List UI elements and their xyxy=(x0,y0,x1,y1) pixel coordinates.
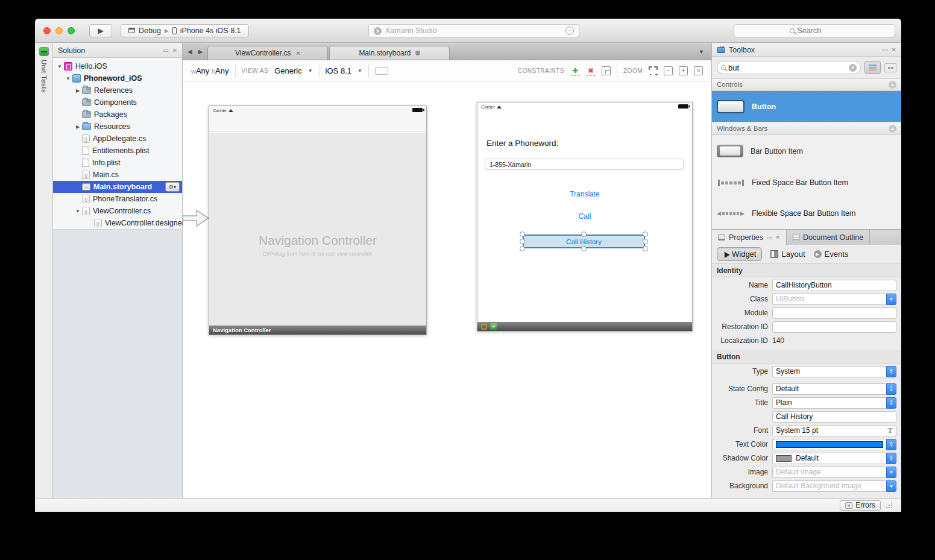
mode-layout[interactable]: Layout xyxy=(770,250,805,259)
zoom-out-icon[interactable] xyxy=(664,66,673,75)
state-config-select[interactable]: Default xyxy=(772,383,886,395)
close-pane-icon[interactable]: ✕ xyxy=(776,234,781,241)
size-class-selector[interactable]: wAny hAny xyxy=(191,66,229,75)
call-history-selection[interactable]: Call History xyxy=(523,234,645,248)
expander-down-icon[interactable]: ▼ xyxy=(57,64,63,69)
mode-widget[interactable]: Widget xyxy=(717,247,762,261)
dock-pane-icon[interactable]: ▭ xyxy=(163,47,168,54)
run-button[interactable]: ▶ xyxy=(89,24,112,37)
nav-controller-body[interactable]: Navigation Controller Ctrl+drag from her… xyxy=(209,133,426,326)
global-search[interactable] xyxy=(734,24,895,37)
close-tab-icon[interactable]: ✕ xyxy=(295,50,300,57)
global-search-input[interactable] xyxy=(798,27,840,35)
device-mode-dropdown[interactable]: Generic xyxy=(274,66,302,75)
expander-right-icon[interactable]: ▶ xyxy=(75,124,81,130)
exit-segue-icon[interactable]: ➜ xyxy=(490,323,497,330)
chevron-down-icon[interactable]: ▼ xyxy=(308,68,313,74)
tree-item-phonetranslator[interactable]: {} PhoneTranslator.cs xyxy=(53,193,182,205)
resize-handle[interactable] xyxy=(581,231,587,237)
expander-down-icon[interactable]: ▼ xyxy=(75,209,81,214)
zoom-in-icon[interactable] xyxy=(679,66,688,75)
nav-controller-scene[interactable]: Carrier Navigation Controller Ctrl+drag … xyxy=(209,105,427,335)
tree-item-components[interactable]: Components xyxy=(53,96,182,109)
tree-item-packages[interactable]: Packages xyxy=(53,109,182,121)
tree-item-appdelegate[interactable]: {} AppDelegate.cs xyxy=(53,133,182,145)
mode-events[interactable]: ▶ Events xyxy=(814,250,849,259)
call-button[interactable]: Call xyxy=(477,212,692,221)
item-options-gear-button[interactable]: ⚙▾ xyxy=(165,182,180,192)
resize-handle[interactable] xyxy=(643,231,648,237)
toolbox-item-flexible-space[interactable]: ◀▶ Flexible Space Bar Button Item xyxy=(712,198,901,229)
unit-tests-dock-tab[interactable]: Unit Tests xyxy=(40,60,48,93)
stepper-icon[interactable]: ▲▼ xyxy=(886,397,896,409)
toolbox-section-windows-bars[interactable]: Windows & Bars ▲ xyxy=(712,122,901,135)
collapse-section-icon[interactable]: ▲ xyxy=(889,125,896,133)
upload-icon[interactable]: ↑ xyxy=(565,27,574,35)
configuration-selector[interactable]: Debug ▶ iPhone 4s iOS 8.1 xyxy=(121,24,249,37)
title-text-input[interactable] xyxy=(772,411,896,423)
resize-grip[interactable] xyxy=(886,502,893,509)
shadow-color-field[interactable]: Default xyxy=(772,453,886,464)
tab-list-dropdown-icon[interactable]: ▼ xyxy=(699,49,709,55)
background-combo[interactable]: Default Background Image xyxy=(772,480,886,492)
storyboard-entry-arrow[interactable] xyxy=(183,206,210,231)
type-select[interactable]: System xyxy=(772,366,886,377)
resize-handle[interactable] xyxy=(520,239,525,244)
font-picker-icon[interactable]: T xyxy=(887,426,893,435)
tab-viewcontroller[interactable]: ViewController.cs ✕ xyxy=(207,46,328,60)
module-input[interactable] xyxy=(772,307,896,319)
phoneword-text-field[interactable] xyxy=(485,159,684,170)
close-pane-icon[interactable]: ✕ xyxy=(892,46,896,53)
remove-constraint-icon[interactable]: ✖ xyxy=(586,66,596,75)
zoom-actual-size-icon[interactable] xyxy=(694,66,703,75)
toolbox-list-view-toggle[interactable] xyxy=(864,61,881,74)
zoom-window-button[interactable] xyxy=(68,27,75,34)
text-color-field[interactable] xyxy=(772,439,886,450)
view-controller-scene[interactable]: Carrier Enter a Phoneword: Translate Cal… xyxy=(477,102,693,332)
title-style-select[interactable]: Plain xyxy=(772,397,886,409)
toolbox-search-input[interactable] xyxy=(728,63,846,72)
tree-item-mainstoryboard[interactable]: → Main.storyboard ⚙▾ xyxy=(53,181,182,193)
nav-back-icon[interactable]: ◀ xyxy=(187,48,192,55)
clear-search-icon[interactable]: ✕ xyxy=(849,64,857,72)
storyboard-canvas[interactable]: Carrier Navigation Controller Ctrl+drag … xyxy=(183,81,711,498)
stepper-icon[interactable]: ▲▼ xyxy=(886,453,896,464)
resize-handle[interactable] xyxy=(643,246,648,251)
tree-item-viewcontroller-designer[interactable]: {} ViewController.designer.cs xyxy=(53,217,182,229)
first-responder-icon[interactable] xyxy=(481,324,487,330)
font-field[interactable]: System 15 pt T xyxy=(772,425,896,436)
tree-item-maincs[interactable]: {} Main.cs xyxy=(53,169,182,181)
orientation-toggle-icon[interactable] xyxy=(375,67,388,75)
chevron-down-icon[interactable]: ▼ xyxy=(886,467,896,478)
zoom-fit-icon[interactable] xyxy=(649,66,658,75)
image-combo[interactable]: Default Image xyxy=(772,467,886,478)
collapse-section-icon[interactable]: ▲ xyxy=(889,81,896,89)
tree-item-infoplist[interactable]: Info.plist xyxy=(53,157,182,169)
expander-right-icon[interactable]: ▶ xyxy=(75,88,81,93)
chevron-down-icon[interactable]: ▼ xyxy=(886,294,896,305)
minimize-window-button[interactable] xyxy=(55,27,63,34)
close-window-button[interactable] xyxy=(43,27,51,34)
resize-handle[interactable] xyxy=(581,246,587,251)
tree-item-references[interactable]: ▶ References xyxy=(53,84,182,96)
resize-handle[interactable] xyxy=(520,246,525,251)
class-combo[interactable]: UIButton xyxy=(772,294,886,305)
tab-document-outline[interactable]: Document Outline xyxy=(787,230,870,245)
toolbox-compact-view-toggle[interactable] xyxy=(884,63,896,72)
toolbox-section-controls[interactable]: Controls ▲ xyxy=(712,78,901,92)
tree-item-solution[interactable]: ▼ Hello.iOS xyxy=(53,60,182,72)
tree-item-entitlements[interactable]: Entitlements.plist xyxy=(53,145,182,157)
name-input[interactable] xyxy=(772,280,896,291)
close-pane-icon[interactable]: ✕ xyxy=(172,47,177,54)
toolbox-item-button[interactable]: Button xyxy=(712,91,901,122)
toolbox-item-fixed-space[interactable]: Fixed Space Bar Button Item xyxy=(712,168,901,198)
tree-item-resources[interactable]: ▶ Resources xyxy=(53,121,182,133)
dock-pane-icon[interactable]: ▭ xyxy=(882,46,887,53)
pin-constraints-icon[interactable] xyxy=(602,66,611,75)
nav-forward-icon[interactable]: ▶ xyxy=(198,48,203,55)
chevron-down-icon[interactable]: ▼ xyxy=(357,68,362,74)
stepper-icon[interactable]: ▲▼ xyxy=(886,383,896,395)
toolbox-item-bar-button[interactable]: Bar Button Item xyxy=(712,135,901,168)
restoration-id-input[interactable] xyxy=(772,321,896,333)
resize-handle[interactable] xyxy=(520,231,525,237)
